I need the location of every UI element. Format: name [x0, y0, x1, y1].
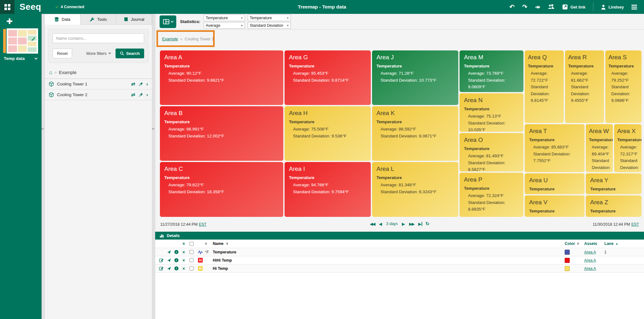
lane-column-header[interactable]: Lane: [604, 241, 613, 246]
step-to-now-icon[interactable]: ▶: [418, 222, 421, 226]
info-icon[interactable]: i: [174, 258, 178, 262]
worksheet-thumbnail[interactable]: [3, 28, 39, 54]
step-forward-full-icon[interactable]: ▶▶: [409, 222, 414, 226]
row-checkbox[interactable]: [189, 258, 194, 262]
treemap-tile-i[interactable]: Area ITemperatureAverage: 94.766°FStanda…: [285, 162, 371, 217]
range-end-timezone-link[interactable]: EST: [631, 222, 639, 227]
data-panel-collapse-handle[interactable]: «: [152, 14, 155, 319]
pin-icon[interactable]: [138, 82, 143, 86]
get-link-button[interactable]: Get link: [562, 4, 585, 10]
seeq-logo[interactable]: Seeq: [20, 2, 41, 12]
asset-link[interactable]: Area A: [584, 266, 596, 271]
sort-icon[interactable]: ▲▼: [577, 242, 579, 245]
duration-label[interactable]: 3 days: [386, 222, 398, 226]
remove-icon[interactable]: ×: [182, 258, 185, 263]
swap-asset-icon[interactable]: ⇄: [131, 92, 135, 98]
tab-tools[interactable]: Tools: [81, 14, 116, 25]
sort-icon[interactable]: ▲▼: [226, 242, 228, 245]
treemap-tile-l[interactable]: Area LTemperatureAverage: 81.348°FStanda…: [372, 162, 458, 217]
view-selector-button[interactable]: [160, 15, 176, 28]
connection-status[interactable]: ✓ 4 Connected: [55, 4, 84, 9]
color-column-header[interactable]: Color: [565, 241, 575, 246]
asset-link[interactable]: Area A: [584, 250, 596, 254]
sidebar-collapse-handle[interactable]: «: [42, 14, 45, 319]
treemap-tile-n[interactable]: Area NTemperatureAverage: 75.13°FStandar…: [460, 93, 523, 132]
step-back-half-icon[interactable]: ◀: [379, 222, 382, 226]
more-filters-link[interactable]: More filters: [86, 51, 110, 56]
send-icon[interactable]: [167, 258, 171, 263]
drill-in-icon[interactable]: ›: [146, 81, 148, 87]
undo-icon[interactable]: ↶: [509, 4, 515, 10]
assets-column-header[interactable]: Assets: [584, 241, 597, 246]
treemap-tile-t[interactable]: Area TTemperatureAverage: 85.883°FStanda…: [525, 124, 585, 172]
treemap-tile-m[interactable]: Area MTemperatureAverage: 73.769°FStanda…: [460, 50, 523, 92]
remove-icon[interactable]: ×: [182, 250, 185, 255]
range-start-datetime[interactable]: 11/27/2018 12:44 PM: [160, 222, 198, 227]
color-swatch[interactable]: [565, 266, 570, 271]
edit-icon[interactable]: [159, 258, 164, 263]
signal-select-1[interactable]: Temperature▾: [204, 14, 245, 21]
range-start-timezone-link[interactable]: EST: [199, 222, 206, 227]
tree-item-cooling-tower-2[interactable]: Cooling Tower 2 ⇄ ›: [45, 90, 152, 100]
remove-all-icon[interactable]: ×: [182, 241, 185, 246]
range-end-datetime[interactable]: 11/30/2018 12:44 PM: [593, 222, 630, 227]
search-button[interactable]: Search: [116, 49, 144, 58]
treemap-tile-r[interactable]: Area RTemperatureAverage: 81.662°FStanda…: [565, 50, 604, 123]
breadcrumb-root-label[interactable]: Example: [59, 70, 76, 75]
worksheet-label-row[interactable]: Temp data: [4, 56, 37, 61]
asset-link[interactable]: Area A: [584, 258, 596, 263]
treemap-tile-z[interactable]: Area ZTemperatureAverage: 73.379°F: [586, 195, 641, 217]
treemap-tile-x[interactable]: Area XTemperatureAverage: 72.317°FStanda…: [614, 124, 641, 172]
treemap-tile-c[interactable]: Area CTemperatureAverage: 79.622°FStanda…: [160, 162, 283, 217]
swap-asset-icon[interactable]: ⇄: [131, 81, 135, 87]
treemap-tile-p[interactable]: Area PTemperatureAverage: 72.324°FStanda…: [460, 173, 523, 217]
send-icon[interactable]: [167, 250, 171, 254]
signal-select-2[interactable]: Temperature▾: [248, 14, 291, 21]
send-icon[interactable]: [167, 266, 171, 271]
treemap-tile-s[interactable]: Area STemperatureAverage: 79.252°FStanda…: [605, 50, 641, 123]
treemap-tile-w[interactable]: Area WTemperatureAverage: 69.404°FStanda…: [586, 124, 613, 172]
treemap-tile-j[interactable]: Area JTemperatureAverage: 71.28°FStandar…: [372, 50, 458, 105]
statistic-select-2[interactable]: Standard Deviation▾: [248, 22, 291, 29]
treemap-tile-g[interactable]: Area GTemperatureAverage: 95.453°FStanda…: [285, 50, 371, 105]
row-checkbox[interactable]: [189, 250, 194, 254]
user-menu-button[interactable]: Lindsey: [601, 4, 624, 10]
app-menu-button[interactable]: [0, 0, 14, 14]
sort-icon[interactable]: ▲▼: [205, 242, 207, 245]
treemap-tile-b[interactable]: Area BTemperatureAverage: 86.991°FStanda…: [160, 106, 283, 161]
pin-icon[interactable]: [138, 92, 143, 97]
color-swatch[interactable]: [565, 258, 570, 263]
tree-item-cooling-tower-1[interactable]: Cooling Tower 1 ⇄ ›: [45, 79, 152, 90]
name-contains-input[interactable]: [53, 33, 144, 43]
edit-icon[interactable]: [159, 266, 164, 271]
details-header[interactable]: Details: [155, 232, 644, 240]
users-icon[interactable]: [548, 4, 555, 10]
row-checkbox[interactable]: [189, 266, 194, 270]
color-swatch[interactable]: [565, 250, 570, 255]
tab-data[interactable]: Data: [45, 14, 81, 25]
treemap-tile-o[interactable]: Area OTemperatureAverage: 81.493°FStanda…: [460, 133, 523, 171]
step-back-full-icon[interactable]: ◀◀: [370, 222, 375, 226]
treemap-tile-q[interactable]: Area QTemperatureAverage: 72.722°FStanda…: [525, 50, 564, 123]
treemap-tile-v[interactable]: Area VTemperatureAverage: 79.22°F: [525, 195, 585, 217]
statistic-select-1[interactable]: Average▾: [204, 22, 245, 29]
info-icon[interactable]: i: [174, 250, 178, 254]
tab-journal[interactable]: Journal: [116, 14, 152, 25]
name-column-header[interactable]: Name: [213, 241, 223, 246]
treemap-tile-h[interactable]: Area HTemperatureAverage: 75.506°FStanda…: [285, 106, 371, 161]
hamburger-menu-icon[interactable]: [631, 5, 637, 9]
refresh-icon[interactable]: ↻: [426, 221, 430, 227]
treemap-breadcrumb-root[interactable]: Example: [162, 37, 178, 41]
remove-icon[interactable]: ×: [182, 266, 185, 271]
treemap-tile-a[interactable]: Area ATemperatureAverage: 90.12°FStandar…: [160, 50, 283, 105]
treemap-tile-y[interactable]: Area YTemperatureAverage: 77.39°F: [586, 173, 641, 194]
new-worksheet-button[interactable]: ✚: [6, 17, 13, 26]
select-all-checkbox[interactable]: [189, 242, 194, 246]
treemap-tile-k[interactable]: Area KTemperatureAverage: 86.592°FStanda…: [372, 106, 458, 161]
step-forward-half-icon[interactable]: ▶: [402, 222, 405, 226]
info-icon[interactable]: i: [174, 266, 178, 270]
forward-all-icon[interactable]: ↠: [535, 4, 540, 10]
reset-button[interactable]: Reset: [53, 49, 72, 58]
drill-in-icon[interactable]: ›: [146, 92, 148, 98]
home-icon[interactable]: ⌂: [49, 69, 52, 76]
